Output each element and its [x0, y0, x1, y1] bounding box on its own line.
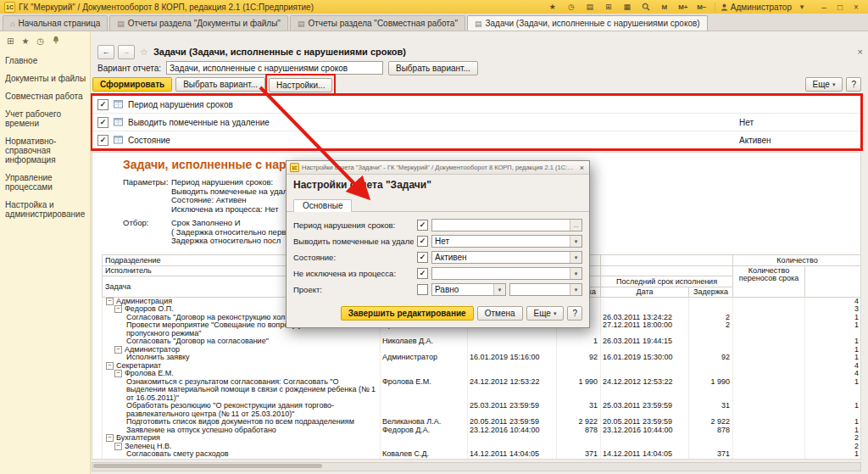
back-button[interactable]: ←	[97, 45, 114, 59]
memory-m-plus-button[interactable]: М+	[676, 2, 691, 13]
sidebar-item[interactable]: Управление процессами	[0, 169, 90, 196]
tab-bar: ⌂ Начальная страница ▤ Отчеты раздела "Д…	[0, 14, 868, 31]
cancel-button[interactable]: Отмена	[477, 306, 523, 321]
field-control[interactable]: Нет ... ▾	[431, 235, 582, 248]
quick-setting-row[interactable]: ✓ Выводить помеченные на удаление Нет	[92, 114, 860, 131]
cell-count: 1	[805, 321, 861, 337]
dropdown-arrow-icon[interactable]: ▾	[493, 284, 505, 295]
collapse-icon[interactable]: −	[114, 370, 122, 377]
calculator-icon[interactable]: ⊞	[601, 2, 616, 13]
collapse-icon[interactable]: −	[114, 305, 122, 313]
collapse-icon[interactable]: −	[114, 443, 122, 450]
field-value: Нет	[435, 237, 449, 246]
table-row[interactable]: −Фролова Е.М. 4	[103, 370, 861, 378]
favorites-star-icon[interactable]: ★	[545, 2, 560, 13]
table-row[interactable]: −Бухгалтерия 2	[103, 434, 861, 443]
horizontal-scrollbar[interactable]	[92, 462, 861, 471]
setting-label: Период нарушения сроков	[128, 100, 233, 109]
table-row[interactable]: Ознакомиться с результатом согласования:…	[103, 378, 861, 403]
variant-input[interactable]	[166, 61, 383, 75]
generate-button[interactable]: Сформировать	[92, 77, 172, 92]
table-row[interactable]: Заявление на отпуск успешно обработано Ф…	[103, 427, 861, 435]
dialog-titlebar[interactable]: 1С Настройки отчета "Задачи" - ГК "Мерку…	[287, 161, 589, 175]
sidebar-item[interactable]: Настройка и администрирование	[0, 196, 90, 223]
checkbox[interactable]: ✓	[97, 99, 108, 110]
maximize-button[interactable]: □	[832, 2, 848, 13]
check-icon: ✓	[420, 254, 426, 261]
field-control[interactable]: ... ▾	[431, 267, 582, 280]
history-clock-icon[interactable]: ◷	[36, 36, 44, 46]
favorite-star-icon[interactable]: ☆	[140, 47, 148, 58]
field-control[interactable]: Активен ... ▾	[431, 251, 582, 264]
chevron-down-icon: ▾	[794, 2, 810, 13]
sidebar-item[interactable]: Учет рабочего времени	[0, 105, 90, 132]
field-checkbox[interactable]: ✓	[417, 220, 428, 231]
tab-tasks-report[interactable]: ▤ Задачи (Задачи, исполненные с нарушени…	[467, 15, 708, 31]
forward-button[interactable]: →	[118, 45, 135, 59]
dropdown-arrow-icon[interactable]: ▾	[570, 252, 581, 263]
close-window-button[interactable]: ×	[849, 2, 864, 13]
tab-home[interactable]: ⌂ Начальная страница	[3, 15, 108, 31]
quick-setting-row[interactable]: ✓ Состояние Активен	[92, 131, 860, 148]
collapse-icon[interactable]: −	[106, 362, 114, 370]
field-checkbox[interactable]: ✓	[417, 252, 428, 263]
dialog-more-button[interactable]: Еще ▾	[526, 306, 565, 321]
table-row[interactable]: −Зеленец Н.В. 2	[103, 443, 861, 451]
quick-setting-row[interactable]: ✓ Период нарушения сроков	[92, 96, 860, 114]
report-icon: ▤	[298, 20, 305, 28]
field-control[interactable]: Равно ... ▾	[431, 283, 506, 296]
collapse-icon[interactable]: −	[106, 298, 114, 305]
tab-main-settings[interactable]: Основные	[293, 199, 352, 212]
sidebar-item[interactable]: Главное	[0, 52, 90, 70]
scrollbar-thumb[interactable]	[93, 464, 322, 468]
help-button[interactable]: ?	[846, 77, 861, 92]
collapse-icon[interactable]: −	[106, 434, 114, 442]
memory-m-minus-button[interactable]: М−	[694, 2, 709, 13]
clipboard-icon[interactable]: ▤	[582, 2, 598, 13]
table-row[interactable]: −Администратор 1	[103, 346, 861, 354]
tab-reports-documents[interactable]: ▤ Отчеты раздела "Документы и файлы"	[109, 15, 288, 31]
more-button[interactable]: Еще ▾	[805, 77, 843, 92]
choose-variant-button[interactable]: Выбрать вариант...	[388, 61, 478, 75]
memory-m-button[interactable]: М	[657, 2, 672, 13]
table-row[interactable]: Согласовать "Договор на согласование" Ни…	[103, 459, 861, 460]
dialog-close-icon[interactable]: ×	[578, 164, 586, 172]
table-row[interactable]: Согласовать "Договор на согласование" Ни…	[103, 337, 861, 346]
table-row[interactable]: −Секретариат 4	[103, 362, 861, 371]
choose-dots-icon[interactable]: ...	[570, 220, 581, 231]
checkbox[interactable]: ✓	[97, 117, 108, 128]
table-row[interactable]: Согласовать смету расходов Ковалев С.Д. …	[103, 450, 861, 459]
notifications-bell-icon[interactable]	[52, 36, 60, 46]
tab-reports-collaboration[interactable]: ▤ Отчеты раздела "Совместная работа"	[290, 15, 465, 31]
tab-label: Начальная страница	[18, 19, 100, 28]
calendar-icon[interactable]: ▦	[620, 2, 635, 13]
current-user[interactable]: Администратор ▾	[721, 2, 810, 13]
sidebar-item[interactable]: Нормативно-справочная информация	[0, 132, 90, 169]
table-row[interactable]: Подготовить список видов документов по в…	[103, 418, 861, 427]
report-icon: ▤	[475, 20, 482, 28]
main-menu-grid-icon[interactable]: ⊞	[7, 36, 14, 46]
field-control-secondary[interactable]: ▾	[509, 283, 582, 296]
sidebar-item[interactable]: Документы и файлы	[0, 70, 90, 87]
sidebar-item[interactable]: Совместная работа	[0, 87, 90, 105]
field-checkbox[interactable]: ✓	[417, 236, 428, 247]
minimize-button[interactable]: –	[816, 2, 832, 13]
field-checkbox[interactable]	[417, 284, 428, 295]
checkbox[interactable]: ✓	[97, 135, 108, 146]
field-control[interactable]: ... ▾	[431, 219, 582, 231]
dropdown-arrow-icon[interactable]: ▾	[570, 284, 581, 295]
table-row[interactable]: Исполнить заявку Администратор 16.01.201…	[103, 354, 861, 362]
finish-editing-button[interactable]: Завершить редактирование	[341, 306, 474, 321]
dropdown-arrow-icon[interactable]: ▾	[570, 268, 581, 279]
choose-variant-button-toolbar[interactable]: Выбрать вариант...	[175, 77, 265, 92]
dialog-help-button[interactable]: ?	[567, 306, 582, 321]
collapse-icon[interactable]: −	[114, 346, 122, 354]
table-row[interactable]: Обработать резолюцию "О реконструкции зд…	[103, 402, 861, 418]
search-icon[interactable]	[638, 2, 654, 13]
field-checkbox[interactable]: ✓	[417, 268, 428, 279]
close-form-icon[interactable]: ×	[858, 47, 863, 57]
dropdown-arrow-icon[interactable]: ▾	[570, 236, 581, 247]
settings-button[interactable]: Настройки...	[269, 78, 332, 92]
history-clock-icon[interactable]: ◷	[564, 2, 579, 13]
favorites-star-icon[interactable]: ★	[21, 36, 29, 46]
